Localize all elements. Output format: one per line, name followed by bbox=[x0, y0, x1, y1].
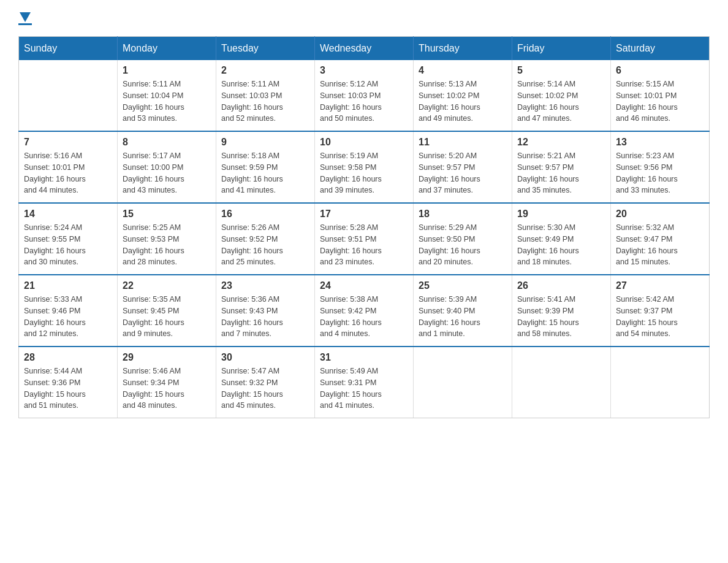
day-info: Sunrise: 5:30 AM Sunset: 9:49 PM Dayligh… bbox=[517, 222, 605, 268]
calendar-cell: 16Sunrise: 5:26 AM Sunset: 9:52 PM Dayli… bbox=[216, 203, 315, 275]
day-info: Sunrise: 5:49 AM Sunset: 9:31 PM Dayligh… bbox=[320, 366, 408, 412]
day-number: 14 bbox=[24, 209, 112, 220]
calendar-cell: 9Sunrise: 5:18 AM Sunset: 9:59 PM Daylig… bbox=[216, 131, 315, 203]
day-info: Sunrise: 5:19 AM Sunset: 9:58 PM Dayligh… bbox=[320, 150, 408, 196]
calendar-cell: 17Sunrise: 5:28 AM Sunset: 9:51 PM Dayli… bbox=[315, 203, 414, 275]
logo bbox=[18, 12, 32, 25]
day-number: 5 bbox=[517, 65, 605, 76]
calendar-cell bbox=[611, 347, 710, 418]
day-info: Sunrise: 5:41 AM Sunset: 9:39 PM Dayligh… bbox=[517, 294, 605, 340]
day-number: 1 bbox=[123, 65, 211, 76]
calendar-cell: 26Sunrise: 5:41 AM Sunset: 9:39 PM Dayli… bbox=[512, 275, 611, 347]
calendar-cell: 8Sunrise: 5:17 AM Sunset: 10:00 PM Dayli… bbox=[118, 131, 216, 203]
day-number: 15 bbox=[123, 209, 211, 220]
day-info: Sunrise: 5:11 AM Sunset: 10:04 PM Daylig… bbox=[123, 79, 211, 124]
day-number: 29 bbox=[123, 352, 211, 363]
day-number: 11 bbox=[419, 137, 507, 148]
calendar-header-row: SundayMondayTuesdayWednesdayThursdayFrid… bbox=[19, 37, 710, 61]
day-number: 4 bbox=[419, 65, 507, 76]
calendar-cell: 27Sunrise: 5:42 AM Sunset: 9:37 PM Dayli… bbox=[611, 275, 710, 347]
calendar-cell: 30Sunrise: 5:47 AM Sunset: 9:32 PM Dayli… bbox=[216, 347, 315, 418]
calendar-header-tuesday: Tuesday bbox=[216, 37, 315, 61]
calendar-cell: 23Sunrise: 5:36 AM Sunset: 9:43 PM Dayli… bbox=[216, 275, 315, 347]
calendar-cell: 10Sunrise: 5:19 AM Sunset: 9:58 PM Dayli… bbox=[315, 131, 414, 203]
calendar-cell: 5Sunrise: 5:14 AM Sunset: 10:02 PM Dayli… bbox=[512, 60, 611, 131]
calendar-header-wednesday: Wednesday bbox=[315, 37, 414, 61]
day-number: 24 bbox=[320, 280, 408, 291]
day-number: 19 bbox=[517, 209, 605, 220]
logo-underline bbox=[18, 23, 32, 25]
day-number: 3 bbox=[320, 65, 408, 76]
day-info: Sunrise: 5:21 AM Sunset: 9:57 PM Dayligh… bbox=[517, 150, 605, 196]
day-info: Sunrise: 5:11 AM Sunset: 10:03 PM Daylig… bbox=[221, 79, 309, 124]
day-number: 30 bbox=[221, 352, 309, 363]
day-info: Sunrise: 5:15 AM Sunset: 10:01 PM Daylig… bbox=[616, 79, 704, 124]
day-number: 16 bbox=[221, 209, 309, 220]
calendar-cell: 20Sunrise: 5:32 AM Sunset: 9:47 PM Dayli… bbox=[611, 203, 710, 275]
calendar-week-row: 21Sunrise: 5:33 AM Sunset: 9:46 PM Dayli… bbox=[19, 275, 710, 347]
day-info: Sunrise: 5:36 AM Sunset: 9:43 PM Dayligh… bbox=[221, 294, 309, 340]
calendar-cell: 19Sunrise: 5:30 AM Sunset: 9:49 PM Dayli… bbox=[512, 203, 611, 275]
page-header bbox=[18, 12, 710, 25]
day-number: 8 bbox=[123, 137, 211, 148]
calendar-header-saturday: Saturday bbox=[611, 37, 710, 61]
day-number: 23 bbox=[221, 280, 309, 291]
calendar-cell: 15Sunrise: 5:25 AM Sunset: 9:53 PM Dayli… bbox=[118, 203, 216, 275]
day-info: Sunrise: 5:39 AM Sunset: 9:40 PM Dayligh… bbox=[419, 294, 507, 340]
calendar-cell: 4Sunrise: 5:13 AM Sunset: 10:02 PM Dayli… bbox=[414, 60, 512, 131]
day-number: 7 bbox=[24, 137, 112, 148]
day-info: Sunrise: 5:29 AM Sunset: 9:50 PM Dayligh… bbox=[419, 222, 507, 268]
day-info: Sunrise: 5:32 AM Sunset: 9:47 PM Dayligh… bbox=[616, 222, 704, 268]
day-number: 9 bbox=[221, 137, 309, 148]
day-number: 22 bbox=[123, 280, 211, 291]
day-number: 6 bbox=[616, 65, 704, 76]
calendar-cell bbox=[512, 347, 611, 418]
day-info: Sunrise: 5:33 AM Sunset: 9:46 PM Dayligh… bbox=[24, 294, 112, 340]
day-info: Sunrise: 5:44 AM Sunset: 9:36 PM Dayligh… bbox=[24, 366, 112, 412]
day-number: 20 bbox=[616, 209, 704, 220]
calendar-header-monday: Monday bbox=[118, 37, 216, 61]
calendar-cell: 2Sunrise: 5:11 AM Sunset: 10:03 PM Dayli… bbox=[216, 60, 315, 131]
day-number: 2 bbox=[221, 65, 309, 76]
day-info: Sunrise: 5:24 AM Sunset: 9:55 PM Dayligh… bbox=[24, 222, 112, 268]
day-info: Sunrise: 5:13 AM Sunset: 10:02 PM Daylig… bbox=[419, 79, 507, 124]
day-info: Sunrise: 5:38 AM Sunset: 9:42 PM Dayligh… bbox=[320, 294, 408, 340]
day-info: Sunrise: 5:14 AM Sunset: 10:02 PM Daylig… bbox=[517, 79, 605, 124]
day-info: Sunrise: 5:25 AM Sunset: 9:53 PM Dayligh… bbox=[123, 222, 211, 268]
day-info: Sunrise: 5:12 AM Sunset: 10:03 PM Daylig… bbox=[320, 79, 408, 124]
day-info: Sunrise: 5:20 AM Sunset: 9:57 PM Dayligh… bbox=[419, 150, 507, 196]
day-number: 21 bbox=[24, 280, 112, 291]
day-info: Sunrise: 5:35 AM Sunset: 9:45 PM Dayligh… bbox=[123, 294, 211, 340]
day-number: 25 bbox=[419, 280, 507, 291]
day-number: 31 bbox=[320, 352, 408, 363]
calendar-cell bbox=[19, 60, 118, 131]
calendar-week-row: 14Sunrise: 5:24 AM Sunset: 9:55 PM Dayli… bbox=[19, 203, 710, 275]
calendar-header-friday: Friday bbox=[512, 37, 611, 61]
day-number: 10 bbox=[320, 137, 408, 148]
day-info: Sunrise: 5:28 AM Sunset: 9:51 PM Dayligh… bbox=[320, 222, 408, 268]
calendar-cell: 6Sunrise: 5:15 AM Sunset: 10:01 PM Dayli… bbox=[611, 60, 710, 131]
day-number: 12 bbox=[517, 137, 605, 148]
calendar-cell: 14Sunrise: 5:24 AM Sunset: 9:55 PM Dayli… bbox=[19, 203, 118, 275]
calendar-cell: 7Sunrise: 5:16 AM Sunset: 10:01 PM Dayli… bbox=[19, 131, 118, 203]
day-info: Sunrise: 5:16 AM Sunset: 10:01 PM Daylig… bbox=[24, 150, 112, 196]
calendar-cell: 22Sunrise: 5:35 AM Sunset: 9:45 PM Dayli… bbox=[118, 275, 216, 347]
calendar-cell: 1Sunrise: 5:11 AM Sunset: 10:04 PM Dayli… bbox=[118, 60, 216, 131]
day-info: Sunrise: 5:47 AM Sunset: 9:32 PM Dayligh… bbox=[221, 366, 309, 412]
calendar-cell: 13Sunrise: 5:23 AM Sunset: 9:56 PM Dayli… bbox=[611, 131, 710, 203]
day-number: 27 bbox=[616, 280, 704, 291]
calendar-cell bbox=[414, 347, 512, 418]
calendar-week-row: 1Sunrise: 5:11 AM Sunset: 10:04 PM Dayli… bbox=[19, 60, 710, 131]
day-info: Sunrise: 5:23 AM Sunset: 9:56 PM Dayligh… bbox=[616, 150, 704, 196]
day-number: 17 bbox=[320, 209, 408, 220]
day-info: Sunrise: 5:26 AM Sunset: 9:52 PM Dayligh… bbox=[221, 222, 309, 268]
calendar-cell: 18Sunrise: 5:29 AM Sunset: 9:50 PM Dayli… bbox=[414, 203, 512, 275]
day-number: 13 bbox=[616, 137, 704, 148]
calendar-cell: 21Sunrise: 5:33 AM Sunset: 9:46 PM Dayli… bbox=[19, 275, 118, 347]
day-info: Sunrise: 5:18 AM Sunset: 9:59 PM Dayligh… bbox=[221, 150, 309, 196]
day-number: 28 bbox=[24, 352, 112, 363]
calendar-cell: 31Sunrise: 5:49 AM Sunset: 9:31 PM Dayli… bbox=[315, 347, 414, 418]
day-info: Sunrise: 5:17 AM Sunset: 10:00 PM Daylig… bbox=[123, 150, 211, 196]
day-info: Sunrise: 5:46 AM Sunset: 9:34 PM Dayligh… bbox=[123, 366, 211, 412]
logo-triangle-icon bbox=[20, 12, 31, 22]
